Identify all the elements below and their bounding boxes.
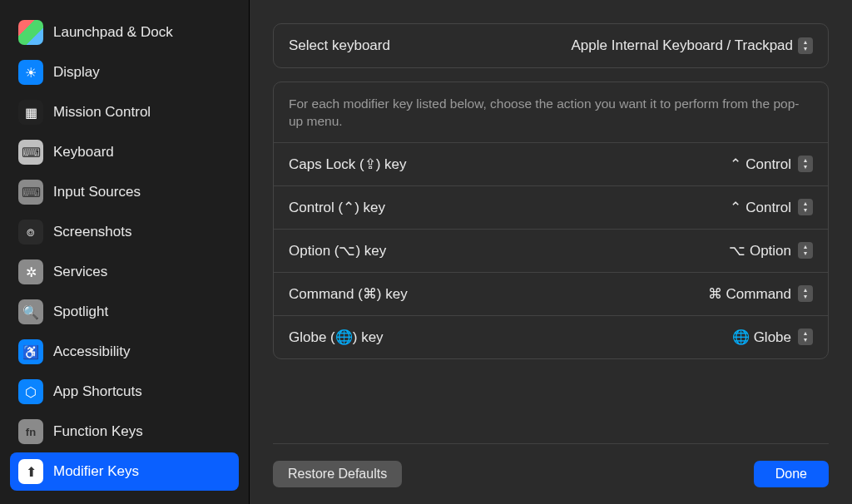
footer: Restore Defaults Done <box>273 443 829 504</box>
screenshots-icon: ⌾ <box>18 220 43 245</box>
app-shortcuts-icon: ⬡ <box>18 379 43 404</box>
keyboard-select-label: Select keyboard <box>289 37 390 54</box>
keyboard-select-panel: Select keyboard Apple Internal Keyboard … <box>273 23 829 68</box>
sidebar-item-label: Keyboard <box>53 144 114 161</box>
modifier-value: ⌃ Control <box>730 156 791 173</box>
sidebar-item-modifier-keys[interactable]: ⬆ Modifier Keys <box>10 452 239 491</box>
sidebar-item-label: Modifier Keys <box>53 463 139 480</box>
keyboard-select-row[interactable]: Select keyboard Apple Internal Keyboard … <box>274 24 828 67</box>
accessibility-icon: ♿ <box>18 339 43 364</box>
modifier-row-option[interactable]: Option (⌥) key ⌥ Option ▴▾ <box>274 229 828 272</box>
modifier-label: Control (⌃) key <box>289 199 385 216</box>
modifier-row-capslock[interactable]: Caps Lock (⇪) key ⌃ Control ▴▾ <box>274 142 828 185</box>
sidebar-item-label: App Shortcuts <box>53 383 142 400</box>
stepper-icon[interactable]: ▴▾ <box>798 199 813 215</box>
stepper-icon[interactable]: ▴▾ <box>798 285 813 302</box>
modifier-label: Command (⌘) key <box>289 285 408 303</box>
keyboard-select-value: Apple Internal Keyboard / Trackpad <box>572 37 794 54</box>
sidebar-item-label: Accessibility <box>53 343 131 360</box>
modifier-value-wrap: ⌥ Option ▴▾ <box>729 242 813 259</box>
modifier-value: ⌥ Option <box>729 242 791 259</box>
modifier-label: Globe (🌐) key <box>289 329 384 346</box>
done-button[interactable]: Done <box>754 461 829 487</box>
stepper-icon[interactable]: ▴▾ <box>798 242 813 259</box>
sidebar-item-mission-control[interactable]: ▦ Mission Control <box>10 93 239 131</box>
sidebar-item-label: Input Sources <box>53 184 141 200</box>
sidebar-item-label: Screenshots <box>53 224 132 240</box>
modifier-value-wrap: ⌃ Control ▴▾ <box>730 156 813 173</box>
sidebar: Launchpad & Dock ☀ Display ▦ Mission Con… <box>0 0 250 504</box>
sidebar-item-screenshots[interactable]: ⌾ Screenshots <box>10 213 239 251</box>
sidebar-item-label: Function Keys <box>53 423 143 440</box>
sidebar-item-function-keys[interactable]: fn Function Keys <box>10 413 239 451</box>
sidebar-item-label: Launchpad & Dock <box>53 24 173 41</box>
main-content: Select keyboard Apple Internal Keyboard … <box>250 0 852 504</box>
spotlight-icon: 🔍 <box>18 299 43 324</box>
modifier-label: Option (⌥) key <box>289 242 386 259</box>
modifier-value: ⌘ Command <box>708 285 791 303</box>
modifier-value-wrap: 🌐 Globe ▴▾ <box>732 329 813 346</box>
sidebar-item-label: Mission Control <box>53 104 151 121</box>
sidebar-item-launchpad-dock[interactable]: Launchpad & Dock <box>10 13 239 52</box>
display-icon: ☀ <box>18 60 43 85</box>
modifier-value-wrap: ⌃ Control ▴▾ <box>730 199 813 216</box>
modifier-row-control[interactable]: Control (⌃) key ⌃ Control ▴▾ <box>274 185 828 229</box>
function-keys-icon: fn <box>18 419 43 444</box>
stepper-icon[interactable]: ▴▾ <box>798 329 813 345</box>
modifiers-hint: For each modifier key listed below, choo… <box>274 82 828 142</box>
modifier-value: ⌃ Control <box>730 199 791 216</box>
sidebar-item-spotlight[interactable]: 🔍 Spotlight <box>10 293 239 331</box>
modifier-value: 🌐 Globe <box>732 329 791 346</box>
sidebar-item-label: Spotlight <box>53 304 108 320</box>
services-icon: ✲ <box>18 259 43 284</box>
stepper-icon[interactable]: ▴▾ <box>798 156 813 172</box>
keyboard-icon: ⌨ <box>18 140 43 165</box>
sidebar-item-accessibility[interactable]: ♿ Accessibility <box>10 333 239 371</box>
sidebar-item-label: Services <box>53 264 107 280</box>
sidebar-item-display[interactable]: ☀ Display <box>10 53 239 91</box>
launchpad-icon <box>18 20 43 45</box>
input-sources-icon: ⌨ <box>18 180 43 205</box>
restore-defaults-button[interactable]: Restore Defaults <box>273 461 402 487</box>
modifier-value-wrap: ⌘ Command ▴▾ <box>708 285 813 303</box>
modifiers-panel: For each modifier key listed below, choo… <box>273 82 829 359</box>
sidebar-item-keyboard[interactable]: ⌨ Keyboard <box>10 133 239 171</box>
modifier-row-globe[interactable]: Globe (🌐) key 🌐 Globe ▴▾ <box>274 315 828 358</box>
sidebar-item-services[interactable]: ✲ Services <box>10 253 239 291</box>
stepper-icon[interactable]: ▴▾ <box>798 37 813 54</box>
sidebar-item-input-sources[interactable]: ⌨ Input Sources <box>10 173 239 211</box>
modifier-row-command[interactable]: Command (⌘) key ⌘ Command ▴▾ <box>274 272 828 315</box>
modifier-keys-icon: ⬆ <box>18 459 43 484</box>
keyboard-select-value-wrap: Apple Internal Keyboard / Trackpad ▴▾ <box>572 37 814 54</box>
sidebar-item-app-shortcuts[interactable]: ⬡ App Shortcuts <box>10 373 239 411</box>
modifier-label: Caps Lock (⇪) key <box>289 156 407 173</box>
mission-control-icon: ▦ <box>18 100 43 125</box>
sidebar-item-label: Display <box>53 64 100 81</box>
